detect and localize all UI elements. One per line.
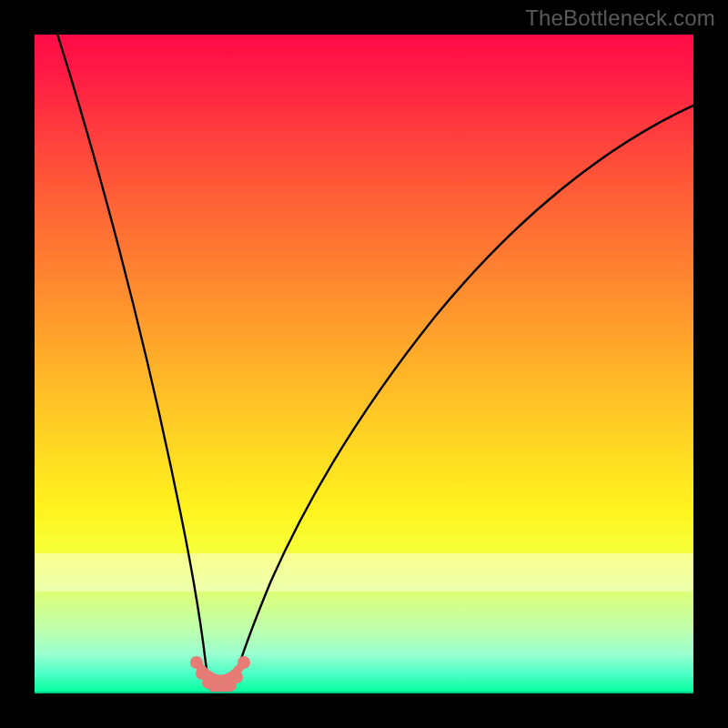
svg-point-7 (238, 656, 250, 669)
right-curve (231, 104, 693, 690)
plot-area (35, 35, 693, 693)
svg-point-0 (190, 656, 203, 669)
svg-point-6 (230, 671, 243, 683)
left-curve (55, 35, 211, 690)
watermark-text: TheBottleneck.com (525, 5, 715, 31)
baseline (35, 692, 693, 693)
chart-frame: TheBottleneck.com (0, 0, 728, 728)
curve-layer (35, 35, 693, 693)
